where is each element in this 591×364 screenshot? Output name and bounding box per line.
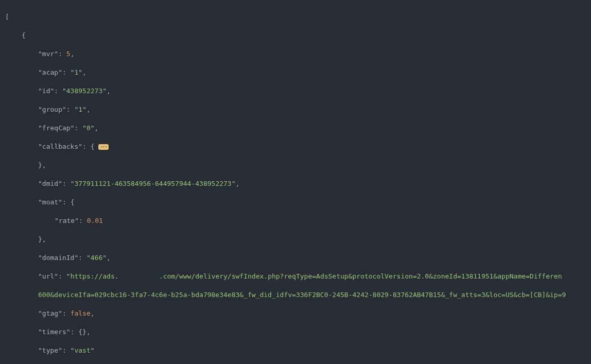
prop-freqcap: "freqCap": "0", bbox=[5, 124, 591, 133]
prop-rate: "rate": 0.01 bbox=[5, 216, 591, 226]
prop-moat-open: "moat": { bbox=[5, 198, 591, 207]
obj-open: { bbox=[5, 31, 591, 40]
prop-domainid: "domainId": "466", bbox=[5, 253, 591, 263]
prop-callbacks[interactable]: "callbacks": { ··· bbox=[5, 142, 591, 151]
moat-close: }, bbox=[5, 235, 591, 244]
prop-dmid: "dmid": "377911121-463584956-644957944-4… bbox=[5, 179, 591, 188]
prop-url: "url": "https://ads. .com/www/delivery/s… bbox=[5, 272, 591, 281]
fold-icon[interactable]: ··· bbox=[98, 144, 108, 150]
prop-gtag: "gtag": false, bbox=[5, 309, 591, 318]
prop-mvr: "mvr": 5, bbox=[5, 49, 591, 59]
prop-timers: "timers": {}, bbox=[5, 327, 591, 337]
code-viewer[interactable]: [ { "mvr": 5, "acap": "1", "id": "438952… bbox=[0, 0, 591, 364]
prop-type: "type": "vast" bbox=[5, 346, 591, 355]
callbacks-close: }, bbox=[5, 161, 591, 170]
prop-acap: "acap": "1", bbox=[5, 68, 591, 77]
prop-url-cont: 600&deviceIfa=029cbc16-3fa7-4c6e-b25a-bd… bbox=[5, 290, 591, 300]
prop-id: "id": "438952273", bbox=[5, 86, 591, 96]
root-open-bracket: [ bbox=[5, 12, 591, 22]
prop-group: "group": "1", bbox=[5, 105, 591, 114]
